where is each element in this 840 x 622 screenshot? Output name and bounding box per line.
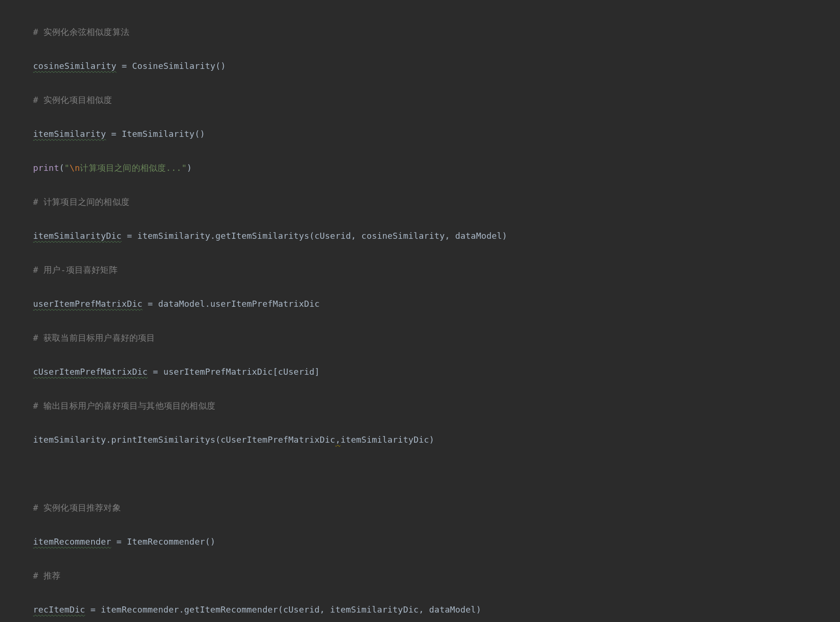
punct: ( <box>59 163 64 173</box>
code-line[interactable]: # 输出目标用户的喜好项目与其他项目的相似度 <box>33 397 840 414</box>
code-line[interactable]: itemSimilarity.printItemSimilaritys(cUse… <box>33 431 840 448</box>
identifier: cUserItemPrefMatrixDic <box>33 367 148 377</box>
code-line[interactable]: print("\n计算项目之间的相似度...") <box>33 160 840 177</box>
code-line[interactable]: itemSimilarity = ItemSimilarity() <box>33 126 840 143</box>
code-line[interactable]: userItemPrefMatrixDic = dataModel.userIt… <box>33 295 840 312</box>
identifier: itemSimilarityDic <box>33 231 122 241</box>
comment: # 用户-项目喜好矩阵 <box>33 265 118 275</box>
code-editor[interactable]: # 实例化余弦相似度算法 cosineSimilarity = CosineSi… <box>0 0 840 622</box>
identifier: userItemPrefMatrixDic <box>33 299 143 309</box>
punct: ) <box>187 163 192 173</box>
code-text: = itemSimilarity.getItemSimilaritys(cUse… <box>122 231 508 241</box>
code-line[interactable]: # 推荐 <box>33 567 840 584</box>
code-text: = itemRecommender.getItemRecommender(cUs… <box>85 605 481 614</box>
code-line[interactable]: # 实例化项目推荐对象 <box>33 499 840 516</box>
code-line[interactable]: # 计算项目之间的相似度 <box>33 193 840 210</box>
string-quote: " <box>181 163 187 173</box>
code-text: = CosineSimilarity() <box>117 61 226 71</box>
code-line[interactable]: itemSimilarityDic = itemSimilarity.getIt… <box>33 227 840 244</box>
code-line[interactable]: itemRecommender = ItemRecommender() <box>33 533 840 550</box>
identifier: itemRecommender <box>33 537 111 546</box>
builtin: print <box>33 163 59 173</box>
code-text: itemSimilarity.printItemSimilaritys(cUse… <box>33 435 335 445</box>
code-text: = ItemSimilarity() <box>106 129 205 139</box>
code-text: = userItemPrefMatrixDic[cUserid] <box>148 367 320 377</box>
comment: # 实例化余弦相似度算法 <box>33 27 129 37</box>
code-text: = dataModel.userItemPrefMatrixDic <box>143 299 320 309</box>
comment: # 实例化项目相似度 <box>33 95 112 105</box>
code-text: itemSimilarityDic) <box>340 435 434 445</box>
code-line[interactable]: # 实例化项目相似度 <box>33 92 840 109</box>
comment: # 输出目标用户的喜好项目与其他项目的相似度 <box>33 401 215 411</box>
code-line[interactable]: cosineSimilarity = CosineSimilarity() <box>33 58 840 75</box>
code-line[interactable]: # 用户-项目喜好矩阵 <box>33 261 840 278</box>
identifier: cosineSimilarity <box>33 61 117 71</box>
warn-comma: , <box>335 435 340 445</box>
code-line[interactable]: recItemDic = itemRecommender.getItemReco… <box>33 601 840 618</box>
code-line[interactable]: cUserItemPrefMatrixDic = userItemPrefMat… <box>33 363 840 380</box>
code-line-empty[interactable] <box>33 465 840 482</box>
escape: \n <box>69 163 80 173</box>
comment: # 计算项目之间的相似度 <box>33 197 129 207</box>
string: 计算项目之间的相似度... <box>80 163 181 173</box>
comment: # 推荐 <box>33 571 60 580</box>
code-text: = ItemRecommender() <box>111 537 216 546</box>
string-quote: " <box>64 163 69 173</box>
comment: # 实例化项目推荐对象 <box>33 503 121 513</box>
comment: # 获取当前目标用户喜好的项目 <box>33 333 155 343</box>
identifier: itemSimilarity <box>33 129 106 139</box>
code-line[interactable]: # 实例化余弦相似度算法 <box>33 24 840 41</box>
code-line[interactable]: # 获取当前目标用户喜好的项目 <box>33 329 840 346</box>
identifier: recItemDic <box>33 605 85 614</box>
